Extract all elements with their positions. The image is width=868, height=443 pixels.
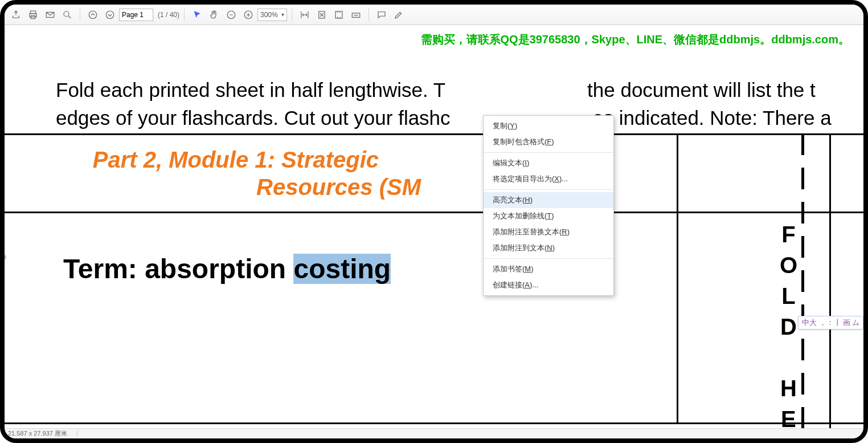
text-fragment: Part 2, Module 1: Strategic [93,147,379,172]
zoom-in-icon[interactable] [240,7,256,23]
zoom-value: 300% [260,11,278,19]
status-bar: 21.587 x 27.937 厘米 〈 [5,428,863,438]
instruction-line-2: edges of your flashcards. Cut out your f… [56,104,863,131]
ctx-separator [484,152,613,153]
svg-point-5 [89,11,97,19]
ctx-edit-text[interactable]: 编辑文本(I) [484,155,613,171]
selected-text: costing [293,254,391,284]
fold-letter: L [780,281,797,311]
svg-point-6 [106,11,114,19]
context-menu: 复制(Y) 复制时包含格式(F) 编辑文本(I) 将选定项目导出为(X)... … [483,115,614,296]
fit-page-icon[interactable] [314,7,330,23]
chevron-down-icon: ▾ [281,11,284,18]
ctx-highlight-text[interactable]: 高亮文本(H) [484,192,613,208]
text-fragment: Term: absorption [63,254,293,284]
page-input[interactable] [119,9,153,21]
spacer-cell [678,213,769,422]
fold-letter: D [780,311,797,342]
page-count-label: (1 / 40) [158,11,179,19]
document-body: Fold each printed sheet in half lengthwi… [56,76,863,132]
table-header-row: Part 2, Module 1: Strategic ent of Resou… [5,133,863,213]
fit-width-icon[interactable] [297,7,313,23]
fold-letter [780,342,797,373]
svg-rect-0 [31,11,36,14]
text-fragment: es indicated. Note: There a [592,107,832,129]
zoom-select[interactable]: 300% ▾ [257,9,287,21]
panel-expand-icon[interactable]: ◀ [5,253,6,261]
ctx-export-selection[interactable]: 将选定项目导出为(X)... [484,171,613,187]
right-header-cell [829,133,863,213]
spacer-cell [678,135,769,212]
fold-letter: F [780,219,797,250]
hand-tool-icon[interactable] [206,7,222,23]
page-down-icon[interactable] [102,7,118,23]
highlight-pen-icon[interactable] [391,7,407,23]
page-up-icon[interactable] [85,7,101,23]
ctx-add-note-replace[interactable]: 添加附注至替换文本(R) [484,224,613,240]
separator [292,9,292,21]
fold-letters: F O L D H E [780,219,797,428]
ctx-add-bookmark[interactable]: 添加书签(M) [484,261,613,277]
fullscreen-icon[interactable] [331,7,347,23]
fold-letter: O [780,250,797,281]
fold-letter: H [780,373,797,404]
instruction-line-1: Fold each printed sheet in half lengthwi… [56,76,863,103]
fold-letter: E [780,404,797,428]
ctx-create-link[interactable]: 创建链接(A)... [484,277,613,293]
separator [184,9,185,21]
document-viewport[interactable]: 需购买，请联系QQ是39765830，Skype、LINE、微信都是ddbmjs… [5,25,863,428]
svg-rect-10 [335,11,342,18]
ctx-add-note-to-text[interactable]: 添加附注到文本(N) [484,240,613,256]
flashcard-table: Part 2, Module 1: Strategic ent of Resou… [5,133,863,424]
text-fragment: Fold each printed sheet in half lengthwi… [56,79,445,101]
text-fragment: edges of your flashcards. Cut out your f… [56,107,451,129]
text-fragment: the document will list the t [587,79,816,101]
mail-icon[interactable] [42,7,58,23]
ctx-copy-with-format[interactable]: 复制时包含格式(F) [484,134,613,150]
watermark-text: 需购买，请联系QQ是39765830，Skype、LINE、微信都是ddbmjs… [5,32,858,47]
search-icon[interactable] [59,7,75,23]
table-body-row: Term: absorption costing [5,213,863,424]
select-tool-icon[interactable] [189,7,205,23]
print-icon[interactable] [25,7,41,23]
separator [369,9,369,21]
page-dimensions: 21.587 x 27.937 厘米 [8,429,67,438]
zoom-out-icon[interactable] [223,7,239,23]
ctx-separator [484,189,613,190]
svg-point-4 [64,11,69,17]
svg-rect-11 [352,13,360,18]
chevron-left-icon[interactable]: 〈 [73,430,79,438]
ctx-strikethrough[interactable]: 为文本加删除线(T) [484,208,613,224]
toolbar: (1 / 40) 300% ▾ [5,5,863,25]
upload-icon[interactable] [8,7,24,23]
fold-dash-line [801,133,803,428]
ctx-separator [484,258,613,259]
ctx-copy[interactable]: 复制(Y) [484,118,613,134]
separator [80,9,80,21]
keyboard-icon[interactable] [348,7,364,23]
comment-icon[interactable] [374,7,390,23]
ime-badge: 中大 ，：丨 画 ム [798,316,863,330]
text-fragment: Resources (SM [256,174,421,200]
